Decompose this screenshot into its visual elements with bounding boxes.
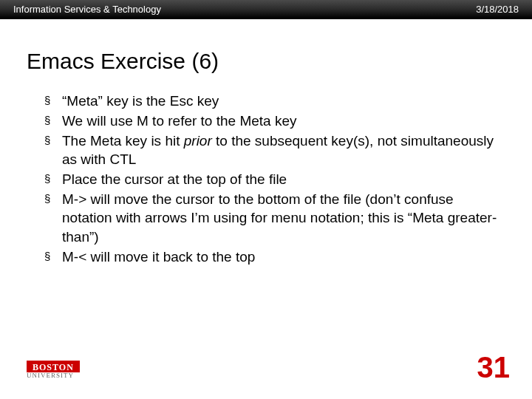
bullet-pre: Place the cursor at the top of the file [62, 171, 287, 187]
list-item: § The Meta key is hit prior to the subse… [44, 132, 505, 168]
bullet-pre: “Meta” key is the Esc key [62, 93, 219, 109]
body-area: § “Meta” key is the Esc key § We will us… [0, 92, 532, 266]
bullet-pre: The Meta key is hit [62, 133, 184, 149]
bullet-pre: M-> will move the cursor to the bottom o… [62, 191, 497, 244]
slide: Information Services & Technology 3/18/2… [0, 0, 532, 399]
bullet-text: Place the cursor at the top of the file [62, 170, 505, 188]
bullet-text: M-< will move it back to the top [62, 248, 505, 266]
list-item: § M-< will move it back to the top [44, 248, 505, 266]
bullet-marker-icon: § [44, 190, 62, 245]
bullet-pre: We will use M to refer to the Meta key [62, 113, 297, 129]
list-item: § M-> will move the cursor to the bottom… [44, 190, 505, 245]
bullet-text: “Meta” key is the Esc key [62, 92, 505, 110]
boston-university-logo: BOSTON UNIVERSITY [27, 358, 108, 381]
slide-title: Emacs Exercise (6) [27, 49, 505, 74]
bullet-marker-icon: § [44, 248, 62, 266]
list-item: § Place the cursor at the top of the fil… [44, 170, 505, 188]
bullet-text: M-> will move the cursor to the bottom o… [62, 190, 505, 245]
bullet-marker-icon: § [44, 92, 62, 110]
logo-line2: UNIVERSITY [27, 372, 80, 379]
page-number: 31 [477, 351, 511, 384]
list-item: § We will use M to refer to the Meta key [44, 112, 505, 130]
header-bar: Information Services & Technology 3/18/2… [0, 0, 532, 19]
header-date: 3/18/2018 [476, 4, 519, 15]
bullet-pre: M-< will move it back to the top [62, 249, 255, 265]
bullet-italic: prior [184, 133, 212, 149]
logo-line1: BOSTON [27, 361, 80, 372]
bullet-text: We will use M to refer to the Meta key [62, 112, 505, 130]
bullet-text: The Meta key is hit prior to the subsequ… [62, 132, 505, 168]
list-item: § “Meta” key is the Esc key [44, 92, 505, 110]
bullet-marker-icon: § [44, 170, 62, 188]
logo-text: BOSTON UNIVERSITY [27, 361, 80, 379]
title-area: Emacs Exercise (6) [0, 19, 532, 92]
bullet-marker-icon: § [44, 112, 62, 130]
bullet-marker-icon: § [44, 132, 62, 168]
header-left: Information Services & Technology [13, 4, 161, 15]
